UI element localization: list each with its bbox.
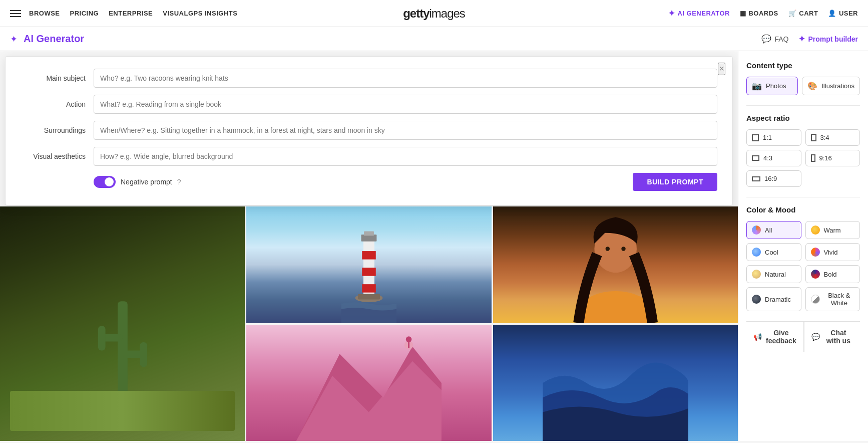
mood-cool-icon <box>752 248 761 257</box>
divider-1 <box>746 105 860 106</box>
negative-prompt-label: Negative prompt <box>121 178 172 186</box>
aspect-4-3[interactable]: 4:3 <box>746 150 801 166</box>
chat-with-us-button[interactable]: 💬 Chat with us <box>804 322 860 352</box>
content-type-options: 📷 Photos 🎨 Illustrations <box>746 77 860 95</box>
image-cactus[interactable] <box>0 206 245 441</box>
mood-cool-label: Cool <box>765 249 778 256</box>
site-logo[interactable]: gettyimages <box>403 7 465 20</box>
mood-bold[interactable]: Bold <box>805 265 860 283</box>
nav-browse[interactable]: BROWSE <box>29 10 60 17</box>
woman-svg <box>493 206 738 323</box>
aspect-9-16[interactable]: 9:16 <box>805 150 860 166</box>
negative-prompt-toggle[interactable] <box>94 176 116 188</box>
give-feedback-button[interactable]: 📢 Give feedback <box>746 322 804 352</box>
svg-rect-17 <box>358 294 380 300</box>
color-mood-title: Color & Mood <box>746 205 860 214</box>
action-row: Action <box>21 95 717 114</box>
ai-generator-title: AI Generator <box>24 33 84 45</box>
prompt-bottom-row: Negative prompt ? BUILD PROMPT <box>21 173 717 191</box>
mood-cool[interactable]: Cool <box>746 243 801 261</box>
svg-rect-15 <box>364 232 374 236</box>
mood-natural[interactable]: Natural <box>746 265 801 283</box>
aspect-1-1-label: 1:1 <box>763 134 772 141</box>
aspect-icon-43 <box>752 155 759 161</box>
aspect-icon-916 <box>811 154 815 162</box>
nav-logo-container: gettyimages <box>403 7 465 21</box>
camera-icon: 📷 <box>752 81 762 91</box>
nav-right-actions: ✦ AI GENERATOR ▦ BOARDS 🛒 CART 👤 User <box>668 9 858 18</box>
visual-aesthetics-label: Visual aesthetics <box>21 152 86 160</box>
surroundings-label: Surroundings <box>21 126 86 134</box>
ai-header-bar: ✦ AI Generator 💬 FAQ ✦ Prompt builder <box>0 27 868 51</box>
action-input[interactable] <box>94 95 717 114</box>
aspect-4-3-label: 4:3 <box>763 154 772 162</box>
divider-2 <box>746 197 860 197</box>
main-subject-input[interactable] <box>94 69 717 88</box>
photos-label: Photos <box>766 82 786 90</box>
mood-dramatic[interactable]: Dramatic <box>746 287 801 311</box>
aspect-icon-34 <box>811 134 816 141</box>
nav-pricing[interactable]: PRICING <box>70 10 99 17</box>
lighthouse-svg <box>271 218 467 323</box>
image-woman[interactable] <box>493 206 738 323</box>
mood-bold-label: Bold <box>824 271 837 278</box>
mood-dramatic-icon <box>752 295 761 304</box>
boards-icon: ▦ <box>740 10 746 17</box>
pink-mountain-svg <box>246 325 491 441</box>
illustrations-option[interactable]: 🎨 Illustrations <box>802 77 860 95</box>
prompt-builder-button[interactable]: ✦ Prompt builder <box>798 34 858 44</box>
mood-natural-icon <box>752 270 761 279</box>
mood-dramatic-label: Dramatic <box>765 296 791 303</box>
content-area: × Main subject Action Surroundings Visua… <box>0 51 738 441</box>
build-prompt-button[interactable]: BUILD PROMPT <box>633 173 717 191</box>
chat-icon: 💬 <box>761 34 771 44</box>
mood-vivid-label: Vivid <box>824 249 838 256</box>
nav-user[interactable]: 👤 User <box>828 10 858 17</box>
visual-aesthetics-input[interactable] <box>94 147 717 166</box>
nav-ai-generator[interactable]: ✦ AI GENERATOR <box>668 9 730 18</box>
nav-enterprise[interactable]: ENTERPRISE <box>109 10 153 17</box>
nav-cart[interactable]: 🛒 CART <box>788 10 818 17</box>
image-grid <box>0 206 738 441</box>
blue-art-svg <box>493 325 738 441</box>
mood-bw-label: Black & White <box>824 292 855 307</box>
aspect-3-4[interactable]: 3:4 <box>805 129 860 146</box>
svg-rect-4 <box>140 342 147 367</box>
nav-visualgps[interactable]: VisualGPS INSIGHTS <box>163 10 237 17</box>
image-pink-mountain[interactable] <box>246 325 491 441</box>
aspect-ratio-title: Aspect ratio <box>746 114 860 122</box>
nav-boards[interactable]: ▦ BOARDS <box>740 10 778 17</box>
image-lighthouse[interactable] <box>246 206 491 323</box>
palette-icon: 🎨 <box>807 81 817 91</box>
mood-warm[interactable]: Warm <box>805 221 860 239</box>
wand-icon: ✦ <box>798 34 805 44</box>
aspect-1-1[interactable]: 1:1 <box>746 129 801 146</box>
aspect-3-4-label: 3:4 <box>820 134 829 141</box>
surroundings-input[interactable] <box>94 121 717 140</box>
svg-point-7 <box>578 291 652 323</box>
color-mood-options: All Warm Cool Vivid Natural <box>746 221 860 311</box>
mood-vivid[interactable]: Vivid <box>805 243 860 261</box>
cactus-chair <box>10 391 235 431</box>
help-icon[interactable]: ? <box>177 178 181 186</box>
hamburger-menu[interactable] <box>10 10 21 17</box>
svg-rect-13 <box>362 284 376 293</box>
aspect-16-9[interactable]: 16:9 <box>746 170 801 187</box>
close-button[interactable]: × <box>718 63 725 75</box>
chat-us-icon: 💬 <box>811 333 820 341</box>
mood-all[interactable]: All <box>746 221 801 239</box>
right-sidebar: Content type 📷 Photos 🎨 Illustrations As… <box>738 51 868 441</box>
feedback-icon: 📢 <box>753 333 762 341</box>
image-blue-art[interactable] <box>493 325 738 441</box>
faq-button[interactable]: 💬 FAQ <box>761 34 788 44</box>
mood-bw-icon <box>811 295 820 304</box>
svg-rect-12 <box>362 268 376 276</box>
cart-icon: 🛒 <box>788 10 797 17</box>
svg-rect-11 <box>362 251 376 260</box>
aspect-icon-169 <box>752 176 760 181</box>
photos-option[interactable]: 📷 Photos <box>746 77 798 95</box>
mood-bw[interactable]: Black & White <box>805 287 860 311</box>
sparkle-icon: ✦ <box>10 34 18 45</box>
mood-warm-icon <box>811 226 820 235</box>
aspect-icon-11 <box>752 134 759 141</box>
